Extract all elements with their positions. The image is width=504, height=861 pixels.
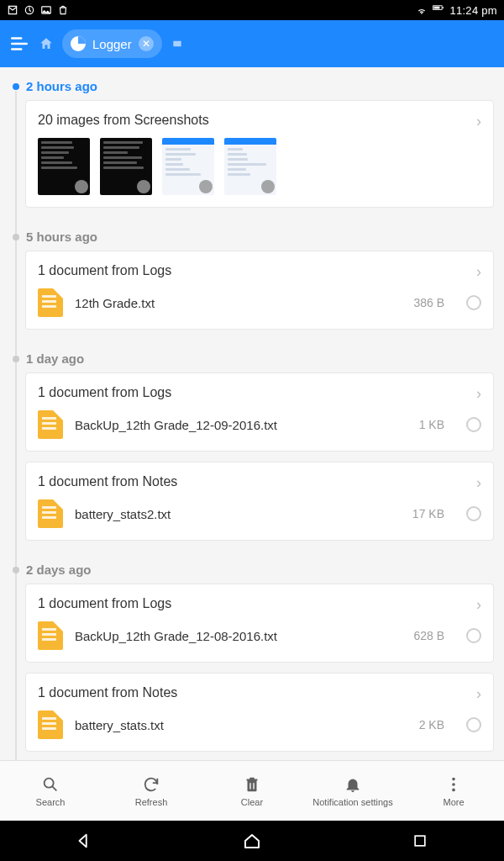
time-label-text: 1 day ago [26,351,84,366]
file-name: BackUp_12th Grade_12-09-2016.txt [75,418,407,432]
svg-point-11 [452,788,455,791]
thumb-row [38,138,481,195]
content-scroll[interactable]: 2 hours ago20 images from Screenshots›5 … [0,67,504,760]
tab-extra-icon[interactable] [171,37,184,50]
action-notifications-label: Notification settings [312,797,392,807]
svg-rect-4 [434,7,440,9]
menu-icon[interactable] [8,33,30,55]
file-size: 17 KB [412,507,444,520]
action-bar: Search Refresh Clear Notification settin… [0,760,504,821]
status-bar: 11:24 pm [0,0,504,20]
action-refresh[interactable]: Refresh [101,761,202,821]
select-radio[interactable] [466,628,481,643]
chevron-right-icon: › [476,474,481,492]
chevron-right-icon: › [476,263,481,281]
tab-logger[interactable]: Logger ✕ [62,29,162,58]
card-title: 1 document from Logs [38,385,481,400]
nav-back[interactable] [46,832,122,850]
trash-icon [243,775,261,794]
thumb-badge [75,180,88,193]
select-radio[interactable] [466,506,481,521]
wifi-icon [416,4,428,16]
action-more[interactable]: More [403,761,504,821]
bell-icon [344,775,362,794]
thumb-badge [261,180,275,193]
nav-bar [0,821,504,861]
file-size: 386 B [413,296,444,309]
sync-icon [24,4,35,16]
action-refresh-label: Refresh [135,797,168,807]
action-clear-label: Clear [241,797,263,807]
file-name: battery_stats2.txt [75,507,401,521]
chevron-right-icon: › [476,385,481,403]
timeline-dot [13,356,19,362]
card-title: 1 document from Notes [38,474,481,489]
document-icon [38,499,63,528]
screenshot-thumb[interactable] [162,138,214,195]
card[interactable]: 20 images from Screenshots› [25,100,494,208]
thumb-badge [199,180,213,193]
select-radio[interactable] [466,417,481,432]
action-search-label: Search [36,797,66,807]
action-clear[interactable]: Clear [202,761,302,821]
document-icon [38,621,63,650]
time-label-text: 2 hours ago [26,79,97,93]
refresh-icon [142,775,160,794]
file-row[interactable]: battery_stats2.txt17 KB [38,499,481,528]
time-label-text: 2 days ago [26,563,92,577]
app-bar: Logger ✕ [0,20,504,67]
file-row[interactable]: BackUp_12th Grade_12-09-2016.txt1 KB [38,410,481,439]
home-icon[interactable] [39,36,54,51]
nav-recent[interactable] [382,832,458,849]
time-label: 2 days ago [15,551,504,584]
close-icon[interactable]: ✕ [139,36,154,51]
document-icon [38,710,63,739]
file-size: 1 KB [419,418,444,431]
card[interactable]: 1 document from Notes›battery_stats.txt2… [25,673,494,752]
action-search[interactable]: Search [0,761,101,821]
svg-point-6 [45,778,54,787]
image-icon [40,4,52,16]
screenshot-thumb[interactable] [224,138,276,195]
action-more-label: More [443,797,464,807]
screenshot-thumb[interactable] [38,138,90,195]
file-size: 628 B [413,629,444,642]
timeline-dot [13,234,19,240]
card-title: 1 document from Notes [38,685,481,700]
select-radio[interactable] [466,717,481,732]
time-label: 1 day ago [15,340,504,372]
tab-logger-icon [71,36,86,51]
chevron-right-icon: › [476,596,481,614]
file-name: BackUp_12th Grade_12-08-2016.txt [75,629,402,643]
card[interactable]: 1 document from Notes›battery_stats2.txt… [25,462,494,541]
chevron-right-icon: › [476,685,481,703]
screenshot-thumb[interactable] [100,138,152,195]
select-radio[interactable] [466,295,481,310]
file-row[interactable]: battery_stats.txt2 KB [38,710,481,739]
card-title: 1 document from Logs [38,263,481,278]
file-row[interactable]: 12th Grade.txt386 B [38,288,481,317]
svg-rect-7 [249,783,250,789]
card[interactable]: 1 document from Logs›12th Grade.txt386 B [25,251,494,330]
svg-point-9 [452,777,455,780]
timeline-dot [13,83,19,90]
card-title: 1 document from Logs [38,596,481,611]
file-name: battery_stats.txt [75,718,407,732]
svg-rect-12 [415,836,425,846]
svg-point-10 [452,783,455,786]
card[interactable]: 1 document from Logs›BackUp_12th Grade_1… [25,372,494,452]
mail-icon [7,4,18,16]
thumb-badge [137,180,150,193]
tab-logger-label: Logger [92,37,132,51]
document-icon [38,410,63,439]
action-notifications[interactable]: Notification settings [302,761,403,821]
svg-rect-5 [173,41,181,47]
store-icon [57,4,69,16]
file-name: 12th Grade.txt [75,296,402,310]
file-row[interactable]: BackUp_12th Grade_12-08-2016.txt628 B [38,621,481,650]
card[interactable]: 1 document from Logs›BackUp_12th Grade_1… [25,584,494,663]
battery-icon [433,4,444,16]
timeline-dot [13,567,19,573]
nav-home[interactable] [214,831,290,851]
time-label: 5 hours ago [15,218,504,251]
